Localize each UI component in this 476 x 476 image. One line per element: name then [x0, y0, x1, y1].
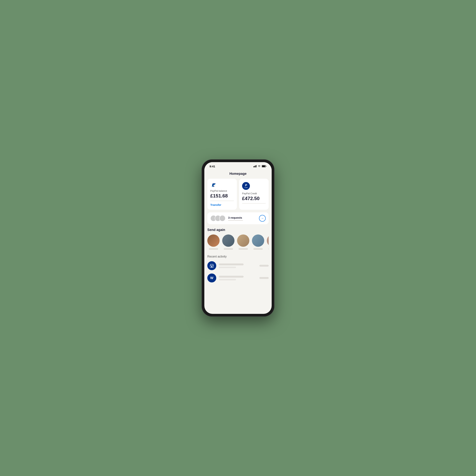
- contact-name-bar-4: [254, 248, 263, 250]
- activity-line2-1: [219, 267, 236, 268]
- send-contact-3[interactable]: [237, 235, 249, 250]
- activity-amount-2: [259, 277, 269, 279]
- paypal-credit-card[interactable]: P Credit PayPal Credit £472.50: [239, 179, 269, 210]
- battery-icon: [262, 165, 266, 167]
- activity-line1-1: [219, 263, 244, 265]
- requests-bar: [228, 220, 243, 221]
- activity-info-1: [219, 263, 257, 268]
- avatar-stack: [210, 215, 225, 221]
- contact-name-bar-3: [238, 248, 248, 250]
- send-again-title: Send again: [207, 228, 269, 232]
- balance-card-divider: [210, 201, 234, 201]
- contact-avatar-2: [222, 235, 235, 247]
- page-title: Homepage: [204, 170, 272, 179]
- activity-line1-2: [219, 276, 244, 278]
- store-icon: [210, 263, 214, 268]
- credit-card-divider: [242, 203, 266, 204]
- send-contact-2[interactable]: [222, 235, 235, 250]
- contact-avatar-1: [207, 235, 220, 247]
- balance-cards: PayPal balance £151.68 Transfer P Credit…: [207, 179, 269, 210]
- arrow-right-icon: →: [261, 217, 264, 220]
- activity-icon-w: W: [207, 273, 216, 282]
- paypal-credit-icon: P Credit: [242, 182, 250, 190]
- transfer-link[interactable]: Transfer: [210, 203, 234, 206]
- balance-card-amount: £151.68: [210, 193, 234, 199]
- paypal-logo-icon: [210, 182, 217, 189]
- recent-activity-title: Recent activity: [207, 255, 269, 258]
- send-contact-4[interactable]: [252, 235, 264, 250]
- svg-rect-0: [254, 166, 254, 167]
- contact-avatar-5: [267, 235, 269, 247]
- screen-content[interactable]: 9:41: [204, 162, 272, 314]
- activity-info-2: [219, 276, 257, 280]
- wifi-icon: [258, 165, 261, 167]
- svg-rect-3: [256, 165, 256, 167]
- send-contact-5[interactable]: [267, 235, 269, 250]
- main-area: PayPal balance £151.68 Transfer P Credit…: [204, 179, 272, 293]
- status-bar: 9:41: [204, 162, 272, 170]
- activity-line2-2: [219, 279, 236, 280]
- requests-arrow-button[interactable]: →: [259, 215, 266, 222]
- svg-rect-2: [255, 166, 256, 167]
- send-contact-1[interactable]: [207, 235, 220, 250]
- credit-label-small: Credit: [244, 187, 247, 188]
- paypal-balance-card[interactable]: PayPal balance £151.68 Transfer: [207, 179, 237, 210]
- signal-icon: [254, 165, 256, 167]
- contact-avatar-4: [252, 235, 264, 247]
- activity-amount-1: [259, 265, 269, 267]
- phone-screen: 9:41: [204, 162, 272, 314]
- credit-card-amount: £472.50: [242, 196, 266, 201]
- credit-card-label: PayPal Credit: [242, 192, 266, 195]
- contact-name-bar-2: [224, 248, 233, 250]
- status-time: 9:41: [210, 165, 215, 168]
- contact-avatar-3: [237, 235, 249, 247]
- svg-rect-8: [211, 266, 212, 267]
- status-icons: [254, 165, 266, 167]
- requests-text: 3 requests: [228, 216, 259, 221]
- activity-icon-store: [207, 261, 216, 270]
- svg-rect-1: [254, 166, 255, 167]
- svg-rect-5: [266, 166, 266, 167]
- requests-banner[interactable]: 3 requests →: [207, 212, 269, 224]
- requests-label: 3 requests: [228, 216, 259, 219]
- contact-name-bar-1: [209, 248, 218, 250]
- credit-p-letter: P: [245, 184, 247, 187]
- activity-item-1[interactable]: [207, 261, 269, 270]
- contact-name-bar-5: [268, 248, 269, 250]
- request-avatar-3: [219, 215, 225, 221]
- phone-frame: 9:41: [202, 160, 274, 316]
- send-again-row: [207, 235, 269, 250]
- balance-card-label: PayPal balance: [210, 189, 234, 192]
- activity-item-2[interactable]: W: [207, 273, 269, 282]
- svg-rect-6: [262, 166, 265, 167]
